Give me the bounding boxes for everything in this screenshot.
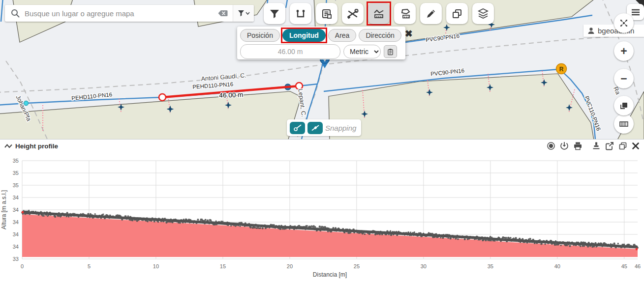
measurement-length-label: 46.00 m (219, 91, 243, 99)
stamp-export-button[interactable] (592, 142, 601, 150)
print-profile-button[interactable] (573, 142, 583, 150)
svg-text:35: 35 (488, 263, 493, 269)
close-icon (632, 142, 640, 150)
measure-popup: Posición Longitud Area Dirección ✖ Metri… (237, 27, 405, 59)
svg-text:34: 34 (13, 244, 19, 250)
map-section: V R PEHD110-PN16 PEHD110-PN16 PVC90-PN16… (0, 0, 644, 139)
svg-text:20: 20 (287, 263, 293, 269)
map-toolbar (264, 3, 494, 24)
perimeter-icon (295, 8, 307, 20)
svg-text:34: 34 (13, 207, 19, 213)
tab-longitud[interactable]: Longitud (282, 29, 326, 42)
measure-value-row: Metric (240, 44, 402, 59)
regulator-marker: R (556, 64, 567, 74)
close-profile-button[interactable] (632, 142, 640, 150)
snap-node-icon (293, 124, 302, 132)
duplicate-view-tool-button[interactable] (446, 3, 468, 24)
search-filter-button[interactable] (233, 5, 254, 22)
funnel-icon (238, 10, 245, 17)
snap-edge-icon (311, 124, 320, 132)
user-icon (587, 27, 595, 34)
search-bar (5, 5, 254, 22)
svg-text:0: 0 (21, 263, 24, 269)
measure-tabs: Posición Longitud Area Dirección ✖ (240, 29, 402, 42)
active-tab-highlight: Longitud (281, 28, 327, 43)
layers-icon (477, 7, 490, 20)
snap-to-node-button[interactable] (290, 122, 305, 134)
svg-text:Distancia [m]: Distancia [m] (313, 271, 347, 278)
snap-to-edge-button[interactable] (307, 122, 323, 134)
zoom-out-button[interactable]: − (614, 69, 634, 88)
snapping-bar: Snapping (287, 119, 361, 136)
filter-tool-button[interactable] (264, 3, 285, 24)
layers-tool-button[interactable] (472, 3, 494, 24)
project-form-tool-button[interactable] (316, 3, 337, 24)
svg-text:34: 34 (13, 195, 19, 200)
height-profile-panel: Height profile (0, 139, 644, 283)
tab-area[interactable]: Area (328, 29, 357, 42)
measure-value-input[interactable] (240, 44, 340, 59)
zoom-in-button[interactable]: + (614, 41, 634, 61)
tools-icon (346, 8, 359, 20)
measure-perimeter-tool-button[interactable] (290, 3, 311, 24)
measure-surface-tool-button[interactable] (394, 3, 416, 24)
svg-text:40: 40 (554, 263, 560, 269)
svg-text:34: 34 (13, 231, 19, 237)
clear-search-icon[interactable] (213, 10, 233, 17)
svg-text:Altura [m a.s.l.]: Altura [m a.s.l.] (0, 190, 7, 229)
draw-tool-button[interactable] (420, 3, 442, 24)
profile-title: Height profile (15, 142, 58, 150)
clipboard-icon (387, 48, 394, 56)
plus-icon: + (620, 46, 627, 57)
svg-text:35: 35 (13, 170, 19, 176)
form-icon (321, 8, 333, 20)
active-tool-highlight (367, 1, 391, 26)
profile-actions (547, 142, 640, 150)
copy-to-clipboard-button[interactable] (384, 45, 397, 58)
open-external-button[interactable] (605, 142, 614, 150)
surface-measure-icon (399, 8, 411, 20)
svg-text:45: 45 (621, 263, 627, 269)
svg-text:30: 30 (421, 263, 427, 269)
copy-icon (618, 142, 627, 150)
profile-header: Height profile (0, 140, 644, 152)
svg-text:34: 34 (13, 219, 19, 225)
height-profile-chart[interactable]: 35353534343434343305101520253035404546Di… (0, 152, 644, 283)
crosshair-icon (618, 18, 629, 28)
stamp-icon (592, 142, 601, 150)
search-input[interactable] (24, 9, 213, 18)
unit-select[interactable]: Metric (343, 45, 381, 58)
circle-marker-icon (547, 142, 555, 150)
height-profile-tool-button[interactable] (368, 3, 390, 24)
download-profile-button[interactable] (560, 142, 569, 150)
toolbox-tool-button[interactable] (342, 3, 364, 24)
locate-position-button[interactable] (614, 13, 634, 33)
tab-direccion[interactable]: Dirección (359, 29, 401, 42)
chevron-down-icon (245, 12, 250, 15)
printer-icon (573, 142, 583, 150)
download-icon (560, 142, 569, 150)
snapping-label: Snapping (325, 124, 356, 132)
basemap-switcher-button[interactable] (614, 96, 634, 115)
tab-posicion[interactable]: Posición (240, 29, 280, 42)
basemap-icon (619, 101, 629, 111)
svg-text:25: 25 (354, 263, 360, 269)
duplicate-panel-button[interactable] (618, 142, 627, 150)
svg-text:35: 35 (13, 158, 19, 164)
minus-icon: − (620, 73, 627, 85)
duplicate-icon (451, 8, 463, 20)
user-badge[interactable]: bgeoadmin (583, 25, 644, 37)
circle-marker-button[interactable] (547, 142, 555, 150)
svg-text:15: 15 (220, 263, 226, 269)
svg-text:33: 33 (13, 256, 19, 262)
scale-bar-button[interactable] (614, 114, 634, 134)
close-popup-button[interactable]: ✖ (404, 29, 414, 38)
height-profile-icon (373, 8, 385, 20)
profile-zigzag-icon (4, 143, 12, 149)
gis-application: V R PEHD110-PN16 PEHD110-PN16 PVC90-PN16… (0, 0, 644, 283)
pencil-icon (425, 8, 437, 20)
search-icon (5, 9, 24, 18)
svg-text:35: 35 (13, 182, 19, 188)
svg-text:10: 10 (153, 263, 159, 269)
ruler-icon (619, 120, 629, 128)
